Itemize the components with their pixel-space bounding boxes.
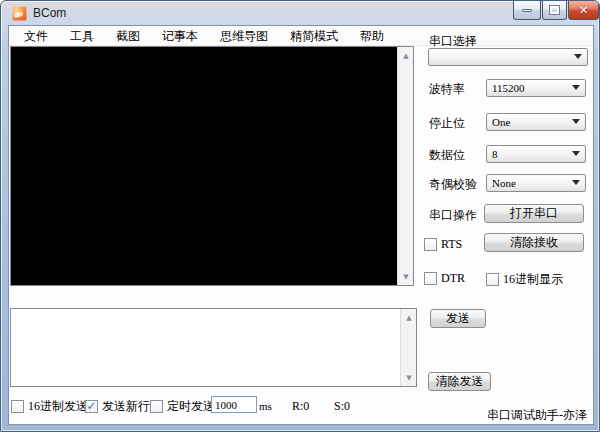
chevron-down-icon — [572, 180, 580, 185]
receive-scrollbar[interactable]: ▲ ▼ — [397, 47, 413, 285]
interval-unit-label: ms — [259, 400, 272, 412]
send-scrollbar[interactable]: ▲ ▼ — [400, 309, 416, 386]
hex-send-label: 16进制发送 — [28, 398, 88, 415]
data-bits-dropdown[interactable]: 8 — [486, 145, 586, 163]
menu-notepad[interactable]: 记事本 — [151, 26, 209, 46]
minimize-button[interactable] — [513, 1, 541, 20]
chevron-down-icon — [572, 85, 580, 90]
menu-tools[interactable]: 工具 — [59, 26, 105, 46]
rts-label: RTS — [441, 237, 462, 252]
port-operation-label: 串口操作 — [429, 207, 477, 224]
baud-rate-dropdown[interactable]: 115200 — [486, 79, 586, 97]
newline-row: ✓ 发送新行 — [85, 398, 150, 415]
titlebar[interactable]: BCom ✕ — [1, 1, 599, 26]
scroll-up-icon[interactable]: ▲ — [398, 48, 414, 63]
menu-help[interactable]: 帮助 — [349, 26, 395, 46]
client-area: 文件 工具 截图 记事本 思维导图 精简模式 帮助 ▲ ▼ ▲ ▼ 串口选择 — [9, 26, 593, 424]
maximize-button[interactable] — [542, 1, 567, 20]
clear-receive-button[interactable]: 清除接收 — [484, 233, 584, 252]
hex-send-checkbox[interactable] — [11, 400, 24, 413]
baud-rate-value: 115200 — [492, 82, 525, 94]
chevron-down-icon — [572, 119, 580, 124]
check-icon: ✓ — [86, 401, 96, 411]
timed-send-row: 定时发送 — [150, 398, 215, 415]
hex-send-row: 16进制发送 — [11, 398, 88, 415]
send-newline-checkbox[interactable]: ✓ — [85, 400, 98, 413]
hex-display-label: 16进制显示 — [503, 271, 563, 288]
stop-bits-label: 停止位 — [429, 115, 465, 132]
send-button[interactable]: 发送 — [430, 309, 486, 328]
app-brand-text: 串口调试助手-亦泽 — [487, 407, 587, 424]
rts-checkbox-row: RTS — [424, 237, 462, 252]
rx-counter: R:0 — [292, 399, 309, 414]
baud-rate-label: 波特率 — [429, 81, 465, 98]
newline-label: 发送新行 — [102, 398, 150, 415]
parity-label: 奇偶校验 — [429, 176, 477, 193]
data-bits-value: 8 — [492, 148, 498, 160]
timed-send-checkbox[interactable] — [150, 400, 163, 413]
menu-mindmap[interactable]: 思维导图 — [209, 26, 279, 46]
stop-bits-value: One — [492, 116, 510, 128]
parity-dropdown[interactable]: None — [486, 174, 586, 192]
dtr-label: DTR — [441, 271, 465, 286]
chevron-down-icon — [572, 151, 580, 156]
scroll-up-icon[interactable]: ▲ — [401, 310, 417, 325]
window-controls: ✕ — [513, 1, 599, 20]
window-title: BCom — [33, 6, 66, 20]
menubar: 文件 工具 截图 记事本 思维导图 精简模式 帮助 — [9, 26, 593, 46]
send-text[interactable] — [12, 310, 399, 385]
close-button[interactable]: ✕ — [568, 1, 599, 20]
clear-send-button[interactable]: 清除发送 — [428, 372, 491, 391]
receive-console[interactable]: ▲ ▼ — [10, 46, 414, 286]
scroll-down-icon[interactable]: ▼ — [398, 269, 414, 284]
minimize-icon — [522, 9, 532, 12]
data-bits-label: 数据位 — [429, 147, 465, 164]
port-select-dropdown[interactable] — [428, 48, 588, 66]
tx-counter: S:0 — [334, 399, 350, 414]
dtr-checkbox-row: DTR — [424, 271, 465, 286]
close-icon: ✕ — [579, 5, 588, 16]
maximize-icon — [550, 6, 559, 14]
scroll-down-icon[interactable]: ▼ — [401, 370, 417, 385]
timed-send-label: 定时发送 — [167, 398, 215, 415]
menu-file[interactable]: 文件 — [13, 26, 59, 46]
hex-display-checkbox[interactable] — [486, 273, 499, 286]
app-icon — [12, 6, 27, 21]
parity-value: None — [492, 177, 516, 189]
app-window: BCom ✕ 文件 工具 截图 记事本 思维导图 精简模式 帮助 — [0, 0, 600, 432]
open-port-button[interactable]: 打开串口 — [484, 204, 584, 223]
send-textbox[interactable]: ▲ ▼ — [10, 308, 417, 387]
hex-display-row: 16进制显示 — [486, 271, 563, 288]
menu-screenshot[interactable]: 截图 — [105, 26, 151, 46]
dtr-checkbox[interactable] — [424, 272, 437, 285]
rts-checkbox[interactable] — [424, 238, 437, 251]
menu-simple-mode[interactable]: 精简模式 — [279, 26, 349, 46]
stop-bits-dropdown[interactable]: One — [486, 113, 586, 131]
interval-input[interactable] — [211, 396, 257, 413]
chevron-down-icon — [574, 54, 582, 59]
receive-text[interactable] — [12, 48, 396, 284]
